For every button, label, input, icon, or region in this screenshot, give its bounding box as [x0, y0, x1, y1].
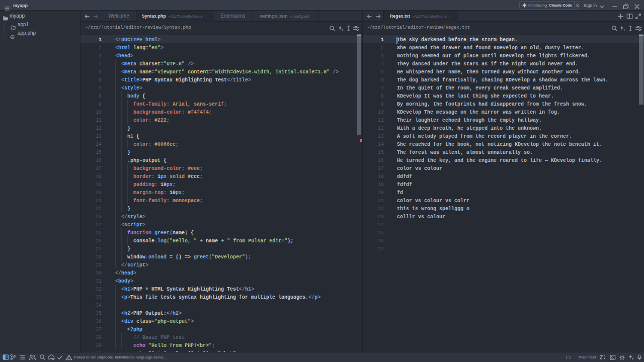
svg-text:php: php [11, 36, 15, 38]
